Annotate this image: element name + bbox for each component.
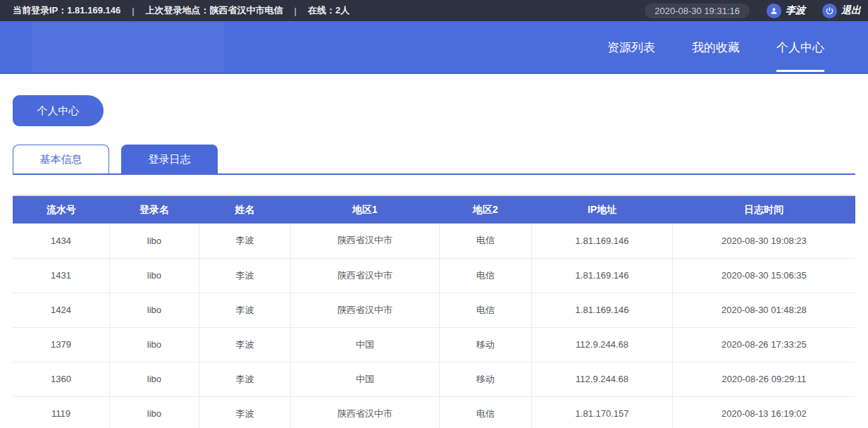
logout-label: 退出 — [841, 4, 861, 17]
topbar-right: 2020-08-30 19:31:16 李波 退出 — [645, 4, 861, 18]
username-label: 李波 — [786, 4, 805, 17]
table-cell: 移动 — [439, 362, 532, 396]
column-header: 日志时间 — [672, 195, 855, 224]
power-icon — [822, 4, 837, 18]
current-ip-label: 当前登录IP：1.81.169.146 — [13, 4, 120, 17]
separator: | — [294, 6, 297, 16]
table-cell: 李波 — [199, 396, 290, 428]
table-cell: 电信 — [439, 293, 532, 327]
content-area: 个人中心 基本信息 登录日志 流水号登录名姓名地区1地区2IP地址日志时间 14… — [0, 95, 868, 428]
current-time-badge: 2020-08-30 19:31:16 — [645, 4, 750, 18]
table-row: 1360libo李波中国移动112.9.244.682020-08-26 09:… — [13, 362, 855, 396]
table-cell: 2020-08-30 15:06:35 — [672, 258, 855, 293]
table-cell: 电信 — [439, 224, 532, 258]
table-cell: 陕西省汉中市 — [291, 224, 439, 258]
table-cell: 1.81.170.157 — [532, 396, 673, 428]
table-cell: 112.9.244.68 — [532, 362, 673, 396]
table-cell: 2020-08-30 19:08:23 — [672, 224, 855, 258]
column-header: 登录名 — [110, 195, 199, 224]
table-cell: libo — [110, 258, 199, 293]
page-title: 个人中心 — [13, 95, 104, 126]
column-header: IP地址 — [532, 195, 673, 224]
main-nav: 资源列表 我的收藏 个人中心 — [607, 21, 868, 74]
table-body: 1434libo李波陕西省汉中市电信1.81.169.1462020-08-30… — [13, 224, 855, 428]
table-cell: 李波 — [199, 258, 290, 293]
table-cell: 112.9.244.68 — [532, 327, 673, 362]
table-cell: libo — [110, 224, 199, 258]
table-cell: 李波 — [199, 293, 290, 327]
topbar: 当前登录IP：1.81.169.146 | 上次登录地点：陕西省汉中市电信 | … — [0, 0, 868, 21]
tabs-bar: 基本信息 登录日志 — [13, 145, 855, 175]
login-log-table: 流水号登录名姓名地区1地区2IP地址日志时间 1434libo李波陕西省汉中市电… — [13, 195, 855, 428]
table-row: 1424libo李波陕西省汉中市电信1.81.169.1462020-08-30… — [13, 293, 855, 327]
table-cell: 移动 — [439, 327, 532, 362]
table-cell: 2020-08-30 01:48:28 — [672, 293, 855, 327]
table-row: 1379libo李波中国移动112.9.244.682020-08-26 17:… — [13, 327, 855, 362]
column-header: 流水号 — [13, 195, 110, 224]
column-header: 地区1 — [291, 195, 439, 224]
separator: | — [132, 6, 134, 16]
table-cell: 1.81.169.146 — [532, 293, 673, 327]
table-cell: libo — [110, 327, 199, 362]
nav-item-resource-list[interactable]: 资源列表 — [607, 21, 655, 74]
table-cell: libo — [110, 396, 199, 428]
last-login-location-label: 上次登录地点：陕西省汉中市电信 — [146, 4, 283, 17]
table-cell: 2020-08-26 09:29:11 — [672, 362, 855, 396]
table-cell: 1424 — [13, 293, 110, 327]
table-header-row: 流水号登录名姓名地区1地区2IP地址日志时间 — [13, 195, 855, 224]
nav-item-my-favorites[interactable]: 我的收藏 — [692, 21, 740, 74]
table-cell: libo — [110, 293, 199, 327]
table-row: 1434libo李波陕西省汉中市电信1.81.169.1462020-08-30… — [13, 224, 855, 258]
table-cell: 1431 — [13, 258, 110, 293]
column-header: 姓名 — [199, 195, 290, 224]
user-icon — [767, 4, 781, 18]
topbar-status: 当前登录IP：1.81.169.146 | 上次登录地点：陕西省汉中市电信 | … — [13, 4, 349, 17]
user-chip[interactable]: 李波 — [767, 4, 805, 18]
table-cell: 1.81.169.146 — [532, 224, 673, 258]
logout-button[interactable]: 退出 — [822, 4, 861, 18]
table-cell: 1.81.169.146 — [532, 258, 673, 293]
main-header: 资源列表 我的收藏 个人中心 — [0, 21, 868, 74]
table-cell: 1119 — [13, 396, 110, 428]
table-cell: 李波 — [199, 224, 290, 258]
table-cell: 陕西省汉中市 — [291, 396, 439, 428]
table-cell: 陕西省汉中市 — [291, 293, 439, 327]
table-cell: 电信 — [439, 396, 532, 428]
table-cell: 中国 — [291, 327, 439, 362]
column-header: 地区2 — [439, 195, 532, 224]
table-cell: 2020-08-26 17:33:25 — [672, 327, 855, 362]
table-cell: 陕西省汉中市 — [291, 258, 439, 293]
table-cell: 1434 — [13, 224, 110, 258]
table-cell: 中国 — [291, 362, 439, 396]
table-row: 1431libo李波陕西省汉中市电信1.81.169.1462020-08-30… — [13, 258, 855, 293]
table-row: 1119libo李波陕西省汉中市电信1.81.170.1572020-08-13… — [13, 396, 855, 428]
table-cell: 电信 — [439, 258, 532, 293]
table-cell: 李波 — [199, 362, 290, 396]
table-cell: 2020-08-13 16:19:02 — [672, 396, 855, 428]
table-cell: 李波 — [199, 327, 290, 362]
table-cell: 1360 — [13, 362, 110, 396]
tab-login-log[interactable]: 登录日志 — [121, 145, 218, 173]
table-cell: libo — [110, 362, 199, 396]
nav-item-personal-center[interactable]: 个人中心 — [776, 21, 824, 74]
logo-area — [32, 23, 224, 72]
online-count-label: 在线：2人 — [308, 4, 349, 17]
tab-basic-info[interactable]: 基本信息 — [13, 145, 109, 173]
table-cell: 1379 — [13, 327, 110, 362]
